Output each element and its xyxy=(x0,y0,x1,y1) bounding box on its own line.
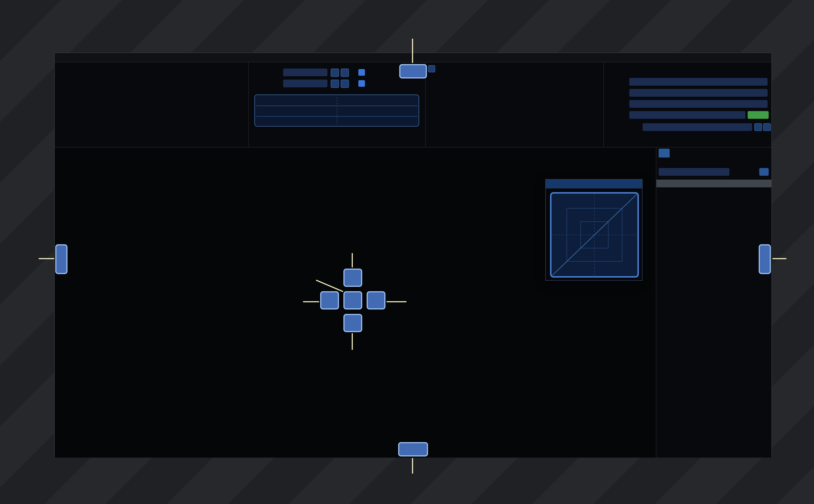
annotation-line xyxy=(412,39,413,63)
annotation-line xyxy=(412,458,413,474)
oscilloscope-title-bar[interactable] xyxy=(546,180,642,188)
follow-orders-checkbox[interactable] xyxy=(358,69,365,76)
dock-target-top[interactable] xyxy=(399,64,427,78)
menu-bar xyxy=(55,53,771,62)
octave-input[interactable] xyxy=(283,69,327,76)
step-input[interactable] xyxy=(283,80,327,87)
oscilloscope-display xyxy=(550,192,639,280)
octave-decrease-button[interactable] xyxy=(331,69,339,77)
song-info-panel xyxy=(603,62,771,147)
dock-target-bottom[interactable] xyxy=(398,442,428,456)
oscilloscope-xy-window[interactable] xyxy=(545,179,643,281)
tuning-increase-button[interactable] xyxy=(763,123,771,131)
annotation-line xyxy=(386,301,406,302)
pattern-rows xyxy=(55,299,438,458)
album-field[interactable] xyxy=(629,100,768,108)
dock-target-left[interactable] xyxy=(55,244,67,274)
auto-system-button[interactable] xyxy=(748,111,769,119)
step-increase-button[interactable] xyxy=(341,80,349,88)
effect-table-header xyxy=(656,180,771,187)
octave-increase-button[interactable] xyxy=(341,69,349,77)
split-target-top[interactable] xyxy=(343,269,362,287)
tracker-window xyxy=(54,53,772,457)
pattern-corner-expand[interactable] xyxy=(55,149,70,158)
pattern-header xyxy=(55,149,70,158)
effect-list-menu-button[interactable] xyxy=(759,168,769,176)
make-tab-target[interactable] xyxy=(343,291,362,309)
annotation-line xyxy=(39,258,54,259)
play-controls-panel xyxy=(248,62,425,147)
split-target-left[interactable] xyxy=(320,291,339,309)
tuning-decrease-button[interactable] xyxy=(754,123,762,131)
name-field[interactable] xyxy=(629,78,768,86)
system-select[interactable] xyxy=(629,111,745,119)
effect-table-rows xyxy=(656,188,771,458)
scope-center-line xyxy=(337,97,337,124)
effect-search-input[interactable] xyxy=(659,168,729,176)
tab-list-dropdown-icon[interactable] xyxy=(428,65,435,72)
effect-list-tab-bar xyxy=(659,149,670,158)
author-field[interactable] xyxy=(629,89,768,97)
split-target-bottom[interactable] xyxy=(343,314,362,332)
tuning-field[interactable] xyxy=(643,123,752,131)
annotation-line xyxy=(352,253,353,267)
follow-pattern-checkbox[interactable] xyxy=(358,80,365,87)
step-decrease-button[interactable] xyxy=(331,80,339,88)
split-target-right[interactable] xyxy=(366,291,385,309)
oscilloscope-preview xyxy=(254,95,419,127)
dock-target-right[interactable] xyxy=(759,244,771,274)
desktop-background xyxy=(0,0,814,504)
annotation-line xyxy=(352,333,353,350)
effect-list-panel xyxy=(656,147,771,458)
instruments-panel xyxy=(425,62,603,147)
annotation-line xyxy=(303,301,319,302)
orders-panel xyxy=(55,62,248,147)
tab-effect-list[interactable] xyxy=(659,149,670,158)
annotation-line xyxy=(773,258,786,259)
